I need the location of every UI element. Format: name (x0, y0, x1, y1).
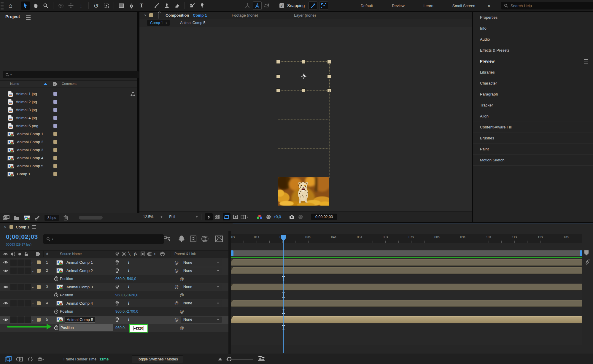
breadcrumb-current[interactable]: Animal Comp 5 (180, 21, 205, 25)
project-item[interactable]: Animal 4.jpg (0, 114, 137, 122)
position-z-edit-field[interactable]: -4320 (129, 324, 148, 333)
eye-toggle[interactable] (3, 269, 8, 273)
panel-tab-paint[interactable]: Paint (473, 144, 593, 155)
audio-cell[interactable] (10, 259, 17, 266)
parent-dropdown[interactable]: None▼ (181, 284, 222, 290)
layer-label-chip[interactable] (37, 269, 41, 273)
workspace-tab-learn[interactable]: Learn (424, 4, 433, 8)
magnification-value[interactable]: 12.5% (143, 215, 153, 219)
frame-blend-column-icon[interactable] (141, 252, 145, 256)
stopwatch-icon[interactable] (54, 309, 58, 314)
position-value[interactable]: 960,0,-1620,0 (115, 293, 138, 297)
layer-name[interactable]: Animal Comp 1 (66, 260, 93, 265)
audio-column-icon[interactable] (11, 252, 15, 256)
transparency-grid-button[interactable] (214, 213, 222, 220)
position-value-prefix[interactable]: 960,0, (115, 326, 126, 330)
project-item[interactable]: Animal 1.jpg (0, 90, 137, 98)
layer-row-2[interactable]: ⌄ 2 Animal Comp 2 / @ None▼ (0, 267, 228, 275)
eye-toggle[interactable] (3, 318, 8, 322)
lock-cell[interactable] (24, 267, 31, 274)
rotate-tool[interactable]: ↺ (92, 1, 101, 10)
tab-layer[interactable]: Layer (none) (294, 13, 316, 18)
tab-composition-comp-name[interactable]: Comp 1 (193, 13, 207, 18)
property-name-highlighted[interactable]: Position (59, 324, 113, 331)
world-axis-mode[interactable] (253, 1, 262, 10)
solo-cell[interactable] (17, 300, 24, 307)
shy-toggle[interactable] (115, 284, 119, 290)
index-column-header[interactable]: # (46, 252, 48, 256)
sort-ascending-icon[interactable] (43, 83, 47, 85)
show-snapshot-button[interactable] (297, 213, 304, 220)
twirl-arrow[interactable]: ⌄ (31, 285, 34, 289)
shy-guy-button[interactable] (37, 356, 44, 362)
panel-tab-content-aware-fill[interactable]: Content-Aware Fill (473, 122, 593, 133)
view-axis-mode[interactable] (263, 2, 271, 9)
parent-dropdown[interactable]: None▼ (181, 317, 222, 323)
type-tool[interactable]: T (137, 1, 146, 10)
layer-label-chip[interactable] (37, 318, 41, 322)
layer-row-3[interactable]: ⌄ 3 Animal Comp 3 / @ None▼ (0, 283, 228, 292)
horizontal-scrollbar[interactable] (79, 216, 103, 220)
position-property-row[interactable]: Position 960,0,-1620,0 @ (0, 291, 228, 300)
panel-tab-properties[interactable]: Properties (473, 12, 593, 23)
snap-to-edges-button[interactable] (309, 1, 317, 10)
twirl-arrow[interactable]: › (31, 261, 33, 264)
close-tab-icon[interactable]: × (4, 225, 7, 229)
panel-tab-preview[interactable]: Preview (473, 56, 593, 67)
current-timecode[interactable]: 0;00;02;03 (6, 233, 38, 240)
lock-cell[interactable] (24, 316, 31, 323)
parent-pickwhip-icon[interactable]: @ (174, 284, 179, 289)
layer-name[interactable]: Animal Comp 4 (66, 301, 93, 306)
parent-dropdown[interactable]: None▼ (181, 268, 222, 274)
home-button[interactable]: ⌂ (6, 1, 15, 10)
parent-dropdown[interactable]: None▼ (181, 259, 222, 266)
new-composition-icon[interactable] (24, 215, 30, 220)
comp-marker-bin[interactable] (584, 250, 589, 255)
search-dropdown-chevron[interactable]: ▾ (10, 73, 12, 76)
parent-pickwhip-icon[interactable]: @ (174, 268, 179, 273)
zoom-slider-knob[interactable] (227, 357, 231, 361)
layer-name-selected[interactable]: Animal Comp 5 (65, 317, 95, 322)
panel-tab-brushes[interactable]: Brushes (473, 133, 593, 144)
eye-toggle[interactable] (3, 260, 8, 264)
snap-to-features-button[interactable] (319, 1, 328, 10)
composition-canvas[interactable] (139, 27, 472, 211)
zoom-in-mountains-icon[interactable] (258, 357, 267, 361)
quill-marker-icon[interactable] (585, 259, 590, 265)
new-folder-icon[interactable] (14, 215, 20, 220)
workspace-tab-default[interactable]: Default (361, 4, 373, 8)
panel-tab-tracker[interactable]: Tracker (473, 100, 593, 111)
layer-label-chip[interactable] (37, 285, 41, 289)
panel-tab-info[interactable]: Info (473, 23, 593, 34)
timeline-tab[interactable]: × Comp 1 (0, 223, 233, 231)
delete-trash-icon[interactable] (63, 215, 68, 220)
label-column-icon[interactable] (36, 252, 41, 256)
project-item[interactable]: Animal Comp 1 (0, 130, 137, 138)
video-eye-column-icon[interactable] (3, 252, 8, 256)
position-value[interactable]: 960,0,-2700,0 (115, 309, 138, 314)
shy-toggle[interactable] (115, 268, 119, 273)
quality-toggle[interactable]: / (128, 317, 129, 322)
timeline-tab-label[interactable]: Comp 1 (16, 225, 30, 229)
project-item[interactable]: Animal Comp 2 (0, 138, 137, 146)
lock-column-icon[interactable] (24, 252, 28, 256)
parent-pickwhip-icon[interactable]: @ (174, 317, 179, 322)
orbit-camera-tool[interactable] (56, 1, 65, 10)
interpret-footage-icon[interactable] (3, 215, 9, 220)
property-pickwhip-icon[interactable]: @ (180, 293, 184, 298)
live-update-button[interactable] (16, 356, 23, 362)
tab-composition[interactable]: Composition (166, 13, 189, 18)
frame-blending-button[interactable] (190, 235, 197, 242)
layer-row-4[interactable]: ⌄ 4 Animal Comp 4 / @ None▼ (0, 299, 228, 308)
resolution-value[interactable]: Full (169, 215, 175, 219)
column-comment[interactable]: Comment (62, 82, 77, 85)
3d-layer-column-icon[interactable] (160, 252, 165, 256)
label-color-chip[interactable] (53, 116, 57, 120)
hand-tool[interactable] (31, 1, 40, 10)
parent-pickwhip-icon[interactable]: @ (174, 301, 179, 306)
twirl-arrow[interactable]: ⌄ (31, 301, 34, 305)
solo-column-icon[interactable] (18, 253, 21, 255)
parent-pickwhip-icon[interactable]: @ (174, 260, 179, 265)
stopwatch-icon[interactable] (54, 276, 58, 281)
label-color-chip[interactable] (53, 140, 57, 144)
